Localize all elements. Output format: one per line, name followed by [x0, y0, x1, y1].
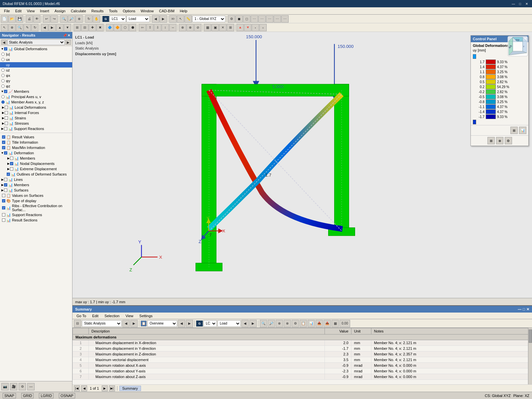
color-view-1[interactable]: ⊞ — [487, 137, 495, 144]
checkbox-global-def[interactable] — [4, 47, 7, 51]
redo-button[interactable]: ↪ — [51, 15, 58, 23]
checkbox-surfaces[interactable] — [4, 189, 7, 192]
prev-lc[interactable]: ◀ — [152, 15, 159, 23]
preview-button[interactable]: 👁 — [33, 15, 41, 23]
color-view-2[interactable]: ⊕ — [496, 137, 503, 144]
expand-deformation[interactable]: ▼ — [1, 151, 4, 155]
radio-phix[interactable] — [1, 74, 5, 77]
radio-uy[interactable] — [1, 63, 5, 66]
snap-indicator[interactable]: SNAP — [3, 393, 16, 398]
expand-support[interactable]: ▶ — [1, 127, 4, 130]
tb2-17[interactable]: ⬢ — [129, 24, 136, 31]
nav-result-sections[interactable]: 📊 Result Sections — [0, 217, 72, 223]
nav-members-group[interactable]: ▼ 📈 Members — [0, 89, 72, 94]
checkbox-nodal-disp[interactable] — [10, 162, 13, 165]
more3[interactable]: ⋯ — [266, 15, 273, 23]
menu-edit[interactable]: Edit — [13, 8, 24, 14]
tb2-8[interactable]: ▲ — [56, 24, 64, 31]
nav-phiy[interactable]: φy — [0, 78, 72, 83]
summary-maximize[interactable]: □ — [523, 307, 525, 312]
menu-options[interactable]: Options — [120, 8, 138, 14]
lc-name-combo[interactable]: Load — [126, 16, 150, 22]
nav-strains[interactable]: ▶ 📊 Strains — [0, 115, 72, 121]
nav-result-values[interactable]: 📋 Result Values — [0, 134, 72, 140]
nav-principal-axes[interactable]: 📊 Principal Axes u, v — [0, 94, 72, 99]
coord-system-combo[interactable]: 1 - Global XYZ — [192, 16, 225, 22]
radio-u-abs[interactable] — [1, 53, 5, 56]
sum-lc-next[interactable]: ▶ — [249, 320, 257, 327]
nav-global-deformations-group[interactable]: ▼ 📊 Global Deformations — [0, 46, 72, 52]
pager-last[interactable]: ▶| — [109, 385, 115, 391]
nav-phiz[interactable]: φz — [0, 83, 72, 89]
expand-members2[interactable]: ▶ — [1, 183, 4, 187]
nav-values-surfaces[interactable]: 📋 Values on Surfaces — [0, 193, 72, 198]
checkbox-result-values[interactable] — [2, 135, 5, 139]
sum-lc-select[interactable]: LC1 — [203, 320, 217, 327]
sum-lc-name-select[interactable]: Load — [217, 320, 241, 327]
tb2-13[interactable]: ✖ — [96, 24, 104, 31]
new-button[interactable]: 📄 — [1, 15, 8, 23]
sum-btn-10[interactable]: ▦ — [332, 320, 339, 327]
pager-next[interactable]: ▶ — [102, 385, 108, 391]
nav-extreme-disp[interactable]: ▶ 📊 Extreme Displacement — [0, 166, 72, 172]
wireframe-button[interactable]: ◻ — [243, 15, 250, 23]
zoom-out-button[interactable]: 🔎 — [68, 15, 75, 23]
checkbox-title-info[interactable] — [2, 141, 5, 144]
expand-extreme-disp[interactable]: ▶ — [7, 167, 10, 171]
tb2-33[interactable]: ⬦ — [259, 24, 267, 31]
zoom-in-button[interactable]: 🔍 — [60, 15, 67, 23]
menu-assign[interactable]: Assign — [52, 8, 68, 14]
table-scrollbar[interactable] — [528, 328, 532, 384]
expand-stresses[interactable]: ▶ — [1, 122, 5, 125]
nav-type-display[interactable]: 🎨 Type of display — [0, 198, 72, 203]
expand-nodal-disp[interactable]: ▶ — [7, 162, 10, 165]
table-row[interactable]: 5 Maximum rotation about X-axis -0.9 mra… — [73, 363, 532, 368]
menu-help[interactable]: Help — [177, 8, 190, 14]
color-view-3[interactable]: ⚙ — [505, 137, 512, 144]
tb2-29[interactable]: ⊞ — [227, 24, 234, 31]
checkbox-deformation[interactable] — [4, 151, 7, 155]
sum-btn-8[interactable]: 📥 — [316, 320, 323, 327]
sum-view-select[interactable]: Overview — [147, 320, 177, 327]
radio-member-axes[interactable] — [1, 100, 5, 104]
nav-surfaces-group[interactable]: ▶ 📊 Surfaces — [0, 188, 72, 193]
sum-analysis-select[interactable]: Static Analysis — [82, 320, 122, 327]
pager-first[interactable]: |◀ — [74, 385, 80, 391]
tb2-21[interactable]: ↕ — [162, 24, 169, 31]
color-panel-table-btn[interactable]: ⊞ — [510, 127, 518, 134]
tb2-24[interactable]: ⊗ — [187, 24, 194, 31]
tb2-2[interactable]: ⊕ — [8, 24, 16, 31]
tb2-9[interactable]: ▼ — [64, 24, 71, 31]
checkbox-local-deform[interactable] — [5, 106, 8, 109]
nav-nodal-disp[interactable]: ▶ 📊 Nodal Displacements — [0, 161, 72, 166]
maximize-button[interactable]: □ — [517, 1, 523, 6]
radio-principal[interactable] — [1, 95, 5, 98]
menu-cadbim[interactable]: CAD-BIM — [156, 8, 177, 14]
nav-member-axes[interactable]: 📊 Member Axes x, y, z — [0, 99, 72, 105]
nav-title-info[interactable]: 📋 Title Information — [0, 140, 72, 145]
nav-stresses[interactable]: ▶ 📊 Stresses — [0, 121, 72, 126]
tb2-15[interactable]: 🔶 — [114, 24, 121, 31]
save-button[interactable]: 💾 — [16, 15, 23, 23]
radio-phiy[interactable] — [1, 79, 5, 82]
summary-minimize[interactable]: — — [518, 307, 521, 312]
menu-file[interactable]: File — [1, 8, 13, 14]
checkbox-members2[interactable] — [4, 183, 7, 187]
nav-uz[interactable]: uz — [0, 67, 72, 73]
checkbox-extreme-disp[interactable] — [10, 167, 13, 171]
osnap-indicator[interactable]: OSNAP — [59, 393, 75, 398]
nav-support-reactions2[interactable]: 📊 Support Reactions — [0, 212, 72, 217]
radio-uz[interactable] — [1, 68, 5, 72]
nav-ux[interactable]: ux — [0, 57, 72, 62]
view3d-button[interactable]: 3D — [169, 15, 177, 23]
nav-phix[interactable]: φx — [0, 73, 72, 78]
tb2-1[interactable]: ↖ — [1, 24, 8, 31]
nav-bottom-line[interactable]: — — [27, 383, 35, 390]
summary-table[interactable]: Description Value Unit Notes Maximum def… — [72, 328, 532, 384]
tb2-25[interactable]: ⊘ — [194, 24, 201, 31]
nav-outlines[interactable]: 📊 Outlines of Deformed Surfaces — [0, 172, 72, 177]
menu-view[interactable]: View — [24, 8, 38, 14]
expand-internal-forces[interactable]: ▶ — [1, 111, 5, 114]
tb2-12[interactable]: ✚ — [89, 24, 96, 31]
table-row[interactable]: 3 Maximum displacement in Z-direction 2.… — [73, 351, 532, 357]
